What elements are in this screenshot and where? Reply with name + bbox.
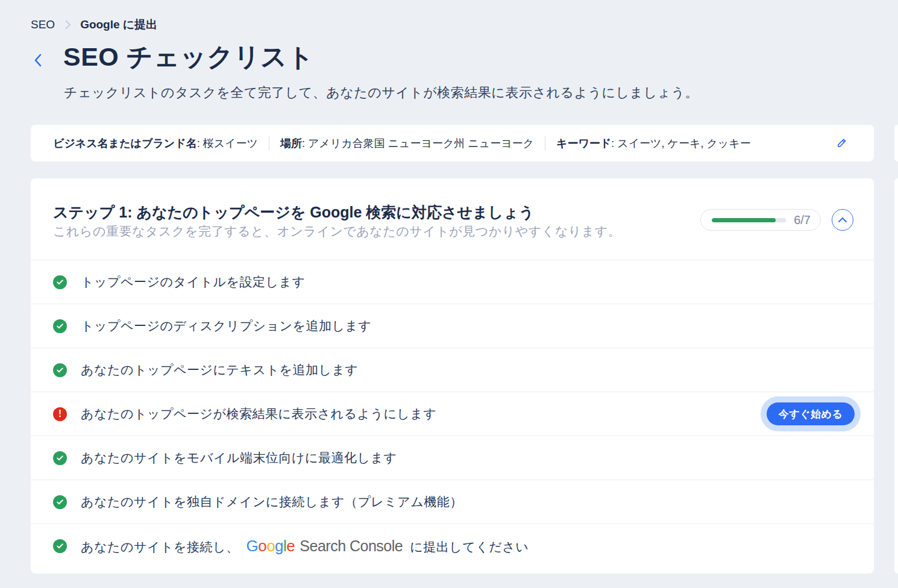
page-title: SEO チェックリスト bbox=[63, 40, 314, 75]
task-label: あなたのサイトを独自ドメインに接続します（プレミアム機能） bbox=[81, 493, 463, 510]
progress-track bbox=[712, 218, 786, 222]
adjacent-card-edge bbox=[894, 125, 898, 161]
location-value: : アメリカ合衆国 ニューヨーク州 ニューヨーク bbox=[302, 136, 534, 151]
step-header: ステップ 1: あなたのトップページを Google 検索に対応させましょう こ… bbox=[31, 178, 874, 260]
business-name-label: ビジネス名またはブランド名 bbox=[53, 136, 197, 151]
google-search-console-logo: GoogleSearch Console bbox=[246, 537, 403, 555]
start-now-button[interactable]: 今すぐ始める bbox=[767, 402, 855, 425]
divider bbox=[545, 136, 545, 151]
task-label: あなたのトップページが検索結果に表示されるようにします bbox=[81, 405, 436, 422]
task-label: トップページのディスクリプションを追加します bbox=[81, 317, 371, 334]
back-button[interactable] bbox=[29, 51, 47, 70]
task-row-set-title[interactable]: トップページのタイトルを設定します bbox=[31, 260, 874, 304]
task-label-prefix: あなたのサイトを接続し、 bbox=[81, 540, 239, 554]
location-field: 場所: アメリカ合衆国 ニューヨーク州 ニューヨーク bbox=[280, 136, 534, 151]
task-row-show-in-search[interactable]: ! あなたのトップページが検索結果に表示されるようにします 今すぐ始める bbox=[31, 392, 874, 436]
start-now-button-halo: 今すぐ始める bbox=[761, 396, 861, 431]
breadcrumb-item-submit-to-google[interactable]: Google に提出 bbox=[80, 17, 157, 33]
keywords-label: キーワード bbox=[556, 136, 611, 151]
task-row-add-description[interactable]: トップページのディスクリプションを追加します bbox=[31, 304, 874, 348]
pencil-icon bbox=[836, 137, 847, 149]
collapse-button[interactable] bbox=[832, 209, 853, 231]
task-label: あなたのサイトを接続し、GoogleSearch Consoleに提出してくださ… bbox=[81, 537, 529, 555]
adjacent-card-edge bbox=[894, 178, 898, 574]
check-icon bbox=[53, 363, 67, 377]
task-label: トップページのタイトルを設定します bbox=[81, 274, 305, 290]
task-row-add-text[interactable]: あなたのトップページにテキストを追加します bbox=[31, 348, 874, 392]
page-subtitle: チェックリストのタスクを全て完了して、あなたのサイトが検索結果に表示されるように… bbox=[64, 84, 699, 102]
task-label-suffix: に提出してください bbox=[410, 540, 529, 554]
edit-button[interactable] bbox=[830, 133, 852, 154]
business-info-bar: ビジネス名またはブランド名: 桜スイーツ 場所: アメリカ合衆国 ニューヨーク州… bbox=[31, 125, 874, 161]
check-icon bbox=[53, 495, 67, 509]
step-subtitle: これらの重要なタスクを完了すると、オンラインであなたのサイトが見つかりやすくなり… bbox=[53, 223, 621, 240]
task-row-submit-search-console[interactable]: あなたのサイトを接続し、GoogleSearch Consoleに提出してくださ… bbox=[31, 524, 874, 568]
divider bbox=[269, 136, 269, 151]
step-title: ステップ 1: あなたのトップページを Google 検索に対応させましょう bbox=[53, 202, 534, 222]
check-icon bbox=[53, 539, 67, 553]
task-label: あなたのトップページにテキストを追加します bbox=[81, 361, 358, 378]
business-name-field: ビジネス名またはブランド名: 桜スイーツ bbox=[53, 136, 258, 151]
progress-fill bbox=[712, 218, 776, 222]
step-1-card: ステップ 1: あなたのトップページを Google 検索に対応させましょう こ… bbox=[31, 178, 874, 574]
breadcrumb-item-seo[interactable]: SEO bbox=[31, 18, 55, 31]
chevron-left-icon bbox=[31, 52, 45, 68]
task-row-mobile-optimize[interactable]: あなたのサイトをモバイル端末位向けに最適化します bbox=[31, 436, 874, 480]
check-icon bbox=[53, 275, 67, 289]
task-row-connect-domain[interactable]: あなたのサイトを独自ドメインに接続します（プレミアム機能） bbox=[31, 480, 874, 524]
chevron-right-icon bbox=[63, 19, 72, 30]
seo-checklist-page: SEO Google に提出 SEO チェックリスト チェックリストのタスクを全… bbox=[0, 0, 898, 588]
business-name-value: : 桜スイーツ bbox=[197, 136, 258, 151]
keywords-value: : スイーツ, ケーキ, クッキー bbox=[611, 136, 750, 151]
location-label: 場所 bbox=[280, 136, 302, 151]
keywords-field: キーワード: スイーツ, ケーキ, クッキー bbox=[556, 136, 751, 151]
alert-icon: ! bbox=[53, 407, 67, 421]
task-label: あなたのサイトをモバイル端末位向けに最適化します bbox=[81, 449, 397, 466]
check-icon bbox=[53, 319, 67, 333]
check-icon bbox=[53, 451, 67, 465]
chevron-up-icon bbox=[838, 217, 847, 223]
progress-label: 6/7 bbox=[794, 213, 811, 227]
breadcrumb: SEO Google に提出 bbox=[31, 17, 157, 33]
progress-indicator: 6/7 bbox=[700, 209, 821, 231]
